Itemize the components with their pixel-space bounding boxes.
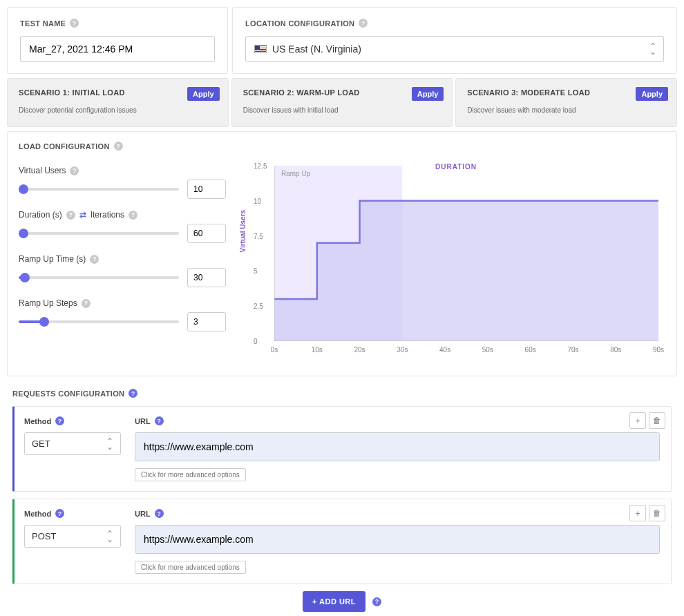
request-card: ＋ 🗑 Method? GET ⌃⌄ URL? Click for more a…: [12, 406, 672, 492]
chart-y-axis-label: Virtual Users: [239, 210, 247, 253]
scenario-desc: Discover issues with initial load: [243, 106, 441, 114]
chevron-updown-icon: ⌃⌄: [106, 439, 113, 450]
help-icon[interactable]: ?: [155, 509, 164, 518]
chevron-updown-icon: ⌃⌄: [106, 531, 113, 542]
duration-slider[interactable]: [19, 232, 179, 235]
location-config-label: LOCATION CONFIGURATION ?: [245, 19, 664, 28]
method-select[interactable]: POST ⌃⌄: [24, 525, 121, 548]
add-icon[interactable]: ＋: [629, 412, 646, 429]
help-icon[interactable]: ?: [372, 597, 381, 606]
load-config-label: LOAD CONFIGURATION ?: [19, 142, 665, 151]
scenario-row: Apply SCENARIO 1: INITIAL LOAD Discover …: [7, 78, 677, 127]
rampup-time-input[interactable]: [187, 268, 226, 287]
help-icon[interactable]: ?: [90, 255, 99, 264]
help-icon[interactable]: ?: [55, 509, 64, 518]
us-flag-icon: [254, 45, 267, 53]
load-config-panel: LOAD CONFIGURATION ? Virtual Users ?: [7, 131, 677, 376]
advanced-options-link[interactable]: Click for more advanced options: [135, 561, 246, 574]
apply-button[interactable]: Apply: [187, 87, 220, 101]
help-icon[interactable]: ?: [129, 389, 137, 398]
apply-button[interactable]: Apply: [412, 87, 444, 101]
rampup-time-label: Ramp Up Time (s) ?: [19, 254, 226, 264]
url-input[interactable]: [135, 525, 660, 554]
requests-config-label: REQUESTS CONFIGURATION ?: [12, 389, 672, 398]
rampup-steps-slider[interactable]: [19, 320, 179, 323]
help-icon[interactable]: ?: [66, 211, 75, 220]
help-icon[interactable]: ?: [155, 416, 164, 425]
duration-input[interactable]: [187, 224, 226, 243]
url-input[interactable]: [135, 432, 660, 461]
trash-icon[interactable]: 🗑: [649, 412, 665, 429]
help-icon[interactable]: ?: [129, 211, 137, 220]
method-select[interactable]: GET ⌃⌄: [24, 432, 121, 455]
location-select[interactable]: US East (N. Virginia) ⌃⌄: [245, 36, 664, 62]
trash-icon[interactable]: 🗑: [649, 505, 665, 521]
help-icon[interactable]: ?: [114, 142, 123, 151]
apply-button[interactable]: Apply: [636, 87, 668, 101]
advanced-options-link[interactable]: Click for more advanced options: [135, 468, 246, 481]
test-name-input[interactable]: [20, 36, 215, 62]
rampup-steps-label: Ramp Up Steps ?: [19, 298, 226, 308]
scenario-card: Apply SCENARIO 1: INITIAL LOAD Discover …: [7, 78, 229, 127]
chart-annotation: Ramp Up: [281, 170, 310, 177]
requests-section: REQUESTS CONFIGURATION ? ＋ 🗑 Method? GET…: [7, 389, 677, 612]
scenario-desc: Discover issues with moderate load: [467, 106, 665, 114]
swap-icon[interactable]: ⇄: [79, 210, 86, 220]
rampup-steps-input[interactable]: [187, 312, 226, 331]
help-icon[interactable]: ?: [70, 19, 79, 28]
help-icon[interactable]: ?: [82, 299, 91, 308]
chevron-updown-icon: ⌃⌄: [649, 44, 656, 55]
add-url-button[interactable]: + ADD URL: [303, 591, 365, 612]
scenario-card: Apply SCENARIO 3: MODERATE LOAD Discover…: [455, 78, 677, 127]
help-icon[interactable]: ?: [55, 416, 64, 425]
help-icon[interactable]: ?: [70, 166, 79, 175]
scenario-desc: Discover potential configuration issues: [19, 106, 217, 114]
virtual-users-label: Virtual Users ?: [19, 166, 226, 175]
virtual-users-slider[interactable]: [19, 188, 179, 191]
duration-label: Duration (s) ? ⇄ Iterations ?: [19, 210, 226, 220]
load-chart: Virtual Users 02.557.51012.50s10s20s30s4…: [247, 159, 665, 366]
request-card: ＋ 🗑 Method? POST ⌃⌄ URL? Click for more …: [12, 499, 672, 584]
help-icon[interactable]: ?: [359, 19, 368, 28]
add-icon[interactable]: ＋: [629, 505, 646, 521]
test-name-label: TEST NAME ?: [20, 19, 215, 28]
rampup-time-slider[interactable]: [19, 276, 179, 279]
virtual-users-input[interactable]: [187, 180, 226, 199]
scenario-card: Apply SCENARIO 2: WARM-UP LOAD Discover …: [231, 78, 453, 127]
